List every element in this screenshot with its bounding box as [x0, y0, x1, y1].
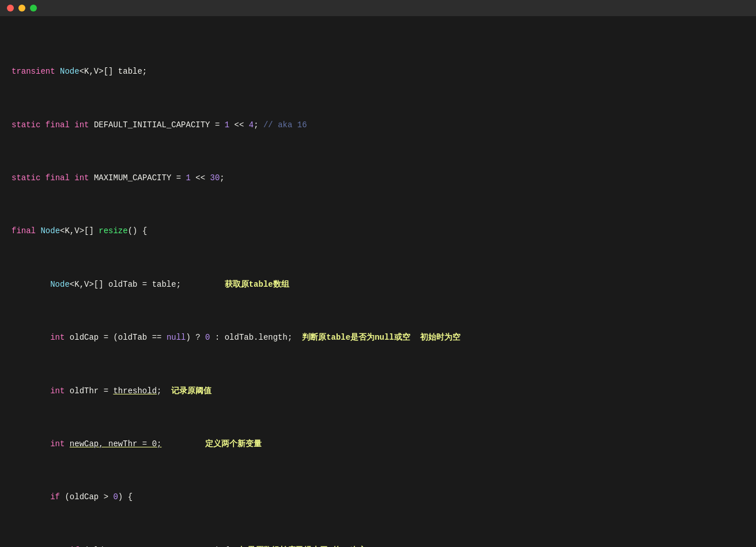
code-line-3: static final int MAXIMUM_CAPACITY = 1 <<… — [12, 172, 744, 185]
code-line-5: Node<K,V>[] oldTab = table; 获取原table数组 — [12, 278, 744, 291]
code-line-4: final Node<K,V>[] resize() { — [12, 225, 744, 238]
code-line-1: transient Node<K,V>[] table; — [12, 65, 744, 78]
title-bar — [0, 0, 756, 16]
close-dot[interactable] — [7, 5, 14, 12]
code-line-7: int oldThr = threshold; 记录原阈值 — [12, 385, 744, 398]
code-line-9: if (oldCap > 0) { — [12, 491, 744, 504]
minimize-dot[interactable] — [18, 5, 25, 12]
code-area: transient Node<K,V>[] table; static fina… — [0, 16, 756, 547]
maximize-dot[interactable] — [30, 5, 37, 12]
code-line-6: int oldCap = (oldTab == null) ? 0 : oldT… — [12, 331, 744, 344]
code-line-8: int newCap, newThr = 0; 定义两个新变量 — [12, 438, 744, 451]
code-line-2: static final int DEFAULT_INITIAL_CAPACIT… — [12, 119, 744, 132]
code-line-10: if (oldCap >= MAXIMUM_CAPACITY) { 如果原数组长… — [12, 544, 744, 547]
